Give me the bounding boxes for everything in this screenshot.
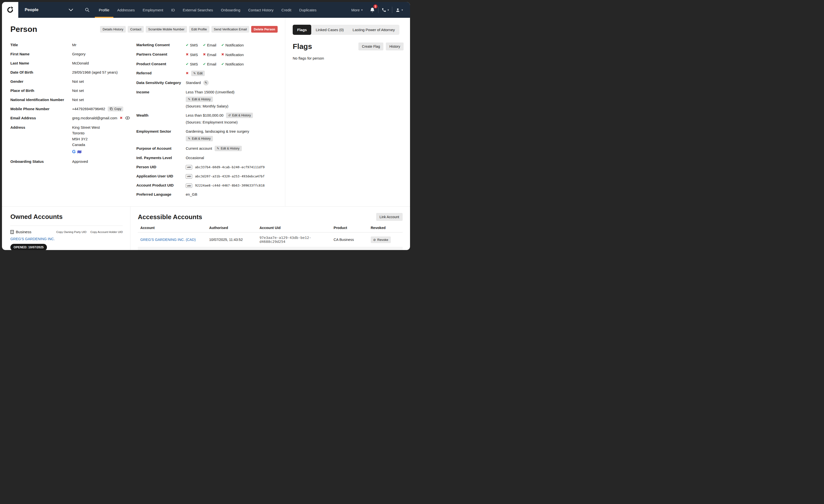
check-icon: ✔ bbox=[203, 62, 206, 67]
x-icon: ✖ bbox=[203, 52, 206, 57]
column-header-product: Product bbox=[331, 223, 368, 232]
owned-account-name-link[interactable]: GREG'S GARDENING INC. bbox=[10, 237, 55, 241]
income-value: Less Than 15000 (Unverified) bbox=[186, 89, 278, 95]
eye-icon[interactable] bbox=[125, 116, 130, 120]
income-edit-history-button[interactable]: ✎ Edit & History bbox=[186, 97, 213, 102]
accessible-accounts-heading: Accessible Accounts bbox=[138, 213, 202, 221]
check-icon: ✔ bbox=[203, 43, 206, 48]
copy-account-holder-uid-link[interactable]: Copy Account Holder UID bbox=[90, 230, 123, 233]
delete-person-button[interactable]: Delete Person bbox=[251, 26, 278, 33]
module-selector[interactable]: People bbox=[18, 2, 80, 18]
google-maps-icon[interactable]: G bbox=[72, 149, 76, 155]
search-button[interactable] bbox=[80, 2, 95, 18]
column-header-revoked: Revoked bbox=[368, 223, 403, 232]
employment-sector-edit-history-button[interactable]: ✎ Edit & History bbox=[186, 136, 213, 141]
account-link[interactable]: GREG'S GARDENING INC. (CAD) bbox=[138, 232, 207, 247]
purpose-value: Current account bbox=[186, 146, 212, 151]
field-person-uid: Person UID UID abc337b4-60d9-4cab-b240-e… bbox=[136, 162, 278, 172]
person-panel: Person Details History Contact Scramble … bbox=[2, 18, 285, 206]
edit-referred-button[interactable]: ✎ Edit bbox=[191, 71, 205, 76]
app-window: People Profile Addresses Employment ID E… bbox=[2, 2, 410, 250]
map-icon[interactable] bbox=[77, 150, 82, 154]
check-icon: ✔ bbox=[221, 62, 224, 67]
account-uid-cell: 9ebda0d1-4de6-4981-9482-2b287b18de24 bbox=[257, 247, 331, 250]
details-history-button[interactable]: Details History bbox=[100, 26, 126, 33]
phone-menu[interactable]: ▾ bbox=[379, 2, 392, 18]
field-place-of-birth: Place of Birth Not set bbox=[10, 86, 133, 95]
flags-panel: Flags Linked Cases (0) Lasting Power of … bbox=[285, 18, 410, 206]
x-icon: ✖ bbox=[186, 52, 189, 57]
uid-badge: UID bbox=[186, 184, 192, 188]
copy-mobile-button[interactable]: Copy bbox=[108, 106, 123, 111]
check-icon: ✔ bbox=[221, 43, 224, 48]
account-uid-cell: 97e3aa7e-a129-43db-be12-d4688c29d254 bbox=[257, 232, 331, 247]
field-intl-payments-level: Intl. Payments Level Occasional bbox=[136, 153, 278, 162]
x-icon: ✖ bbox=[221, 52, 224, 57]
field-marketing-consent: Marketing Consent ✔SMS ✔Email ✔Notificat… bbox=[136, 40, 278, 49]
copy-owning-party-uid-link[interactable]: Copy Owning Party UID bbox=[56, 230, 87, 233]
module-selector-label: People bbox=[25, 7, 38, 12]
chevron-down-icon: ▾ bbox=[361, 8, 363, 12]
field-gender: Gender Not set bbox=[10, 77, 133, 86]
field-partners-consent: Partners Consent ✖SMS ✖Email ✖Notificati… bbox=[136, 49, 278, 59]
flag-history-button[interactable]: History bbox=[386, 42, 404, 51]
employment-sector-value: Gardening, landscaping & tree surgery bbox=[186, 129, 278, 134]
contact-button[interactable]: Contact bbox=[128, 26, 144, 33]
tab-employment[interactable]: Employment bbox=[138, 2, 167, 18]
email-value: greg.mcdonald@gmail.com bbox=[72, 115, 117, 120]
column-header-account: Account bbox=[138, 223, 207, 232]
tab-linked-cases[interactable]: Linked Cases (0) bbox=[311, 25, 348, 35]
nav-tabs: Profile Addresses Employment ID External… bbox=[95, 2, 320, 18]
column-header-authorised: Authorised bbox=[207, 223, 257, 232]
user-menu[interactable]: ▾ bbox=[392, 2, 406, 18]
onboarding-status-value: Approved bbox=[72, 159, 133, 164]
pencil-icon: ✎ bbox=[188, 98, 190, 101]
search-icon bbox=[85, 7, 90, 12]
purpose-edit-history-button[interactable]: ✎ Edit & History bbox=[215, 146, 242, 151]
tab-onboarding[interactable]: Onboarding bbox=[217, 2, 244, 18]
person-uid-value: abc337b4-60d9-4cab-b240-ecf974111df9 bbox=[195, 165, 265, 169]
app-logo[interactable] bbox=[2, 2, 18, 18]
phone-icon bbox=[382, 8, 386, 12]
tab-lasting-power-of-attorney[interactable]: Lasting Power of Attorney bbox=[348, 25, 399, 35]
edit-profile-button[interactable]: Edit Profile bbox=[189, 26, 209, 33]
account-link[interactable]: Gregory McDonald (CAD) bbox=[138, 247, 207, 250]
pencil-icon: ✎ bbox=[193, 72, 196, 75]
send-verification-email-button[interactable]: Send Verification Email bbox=[211, 26, 249, 33]
history-icon: ↺ bbox=[228, 114, 231, 117]
flags-heading: Flags bbox=[293, 42, 312, 51]
more-menu[interactable]: More ▾ bbox=[347, 8, 367, 12]
revoke-button[interactable]: ⊘Revoke bbox=[371, 236, 391, 243]
tab-duplicates[interactable]: Duplicates bbox=[295, 2, 320, 18]
tab-external-searches[interactable]: External Searches bbox=[179, 2, 217, 18]
field-email-address: Email Address greg.mcdonald@gmail.com ✖ bbox=[10, 113, 133, 122]
link-account-button[interactable]: Link Account bbox=[376, 213, 403, 221]
product-cell: CA Personal bbox=[331, 247, 368, 250]
tab-contact-history[interactable]: Contact History bbox=[244, 2, 278, 18]
email-unverified-x-icon[interactable]: ✖ bbox=[120, 116, 123, 120]
scramble-mobile-button[interactable]: Scramble Mobile Number bbox=[146, 26, 187, 33]
x-icon: ✖ bbox=[186, 71, 189, 76]
account-product-uid-value: 92224ae8-c44d-4467-8b63-309633ffc818 bbox=[195, 184, 265, 187]
user-icon bbox=[396, 8, 400, 12]
field-application-user-uid: Application User UID UID abc3d207-a31b-4… bbox=[136, 172, 278, 181]
address-line: King Street West bbox=[72, 124, 133, 130]
flags-tab-bar: Flags Linked Cases (0) Lasting Power of … bbox=[293, 25, 399, 35]
create-flag-button[interactable]: Create Flag bbox=[358, 42, 383, 51]
pencil-icon: ✎ bbox=[188, 137, 190, 140]
wealth-edit-history-button[interactable]: ↺ Edit & History bbox=[226, 113, 253, 118]
tab-flags[interactable]: Flags bbox=[293, 25, 311, 35]
top-navbar: People Profile Addresses Employment ID E… bbox=[2, 2, 410, 18]
tab-id[interactable]: ID bbox=[167, 2, 179, 18]
accessible-accounts-table: Account Authorised Account Uid Product R… bbox=[138, 223, 403, 250]
field-referred: Referred ✖ ✎ Edit bbox=[136, 69, 278, 78]
mobile-number-value: +447926948796#82 bbox=[72, 106, 105, 111]
owned-accounts-heading: Owned Accounts bbox=[10, 213, 123, 226]
notifications-button[interactable]: 1 bbox=[367, 2, 378, 18]
field-income: Income Less Than 15000 (Unverified) ✎ Ed… bbox=[136, 88, 278, 111]
tab-credit[interactable]: Credit bbox=[277, 2, 295, 18]
tab-addresses[interactable]: Addresses bbox=[113, 2, 139, 18]
tab-profile[interactable]: Profile bbox=[95, 2, 113, 18]
field-mobile-phone: Mobile Phone Number +447926948796#82 Cop… bbox=[10, 104, 133, 113]
edit-data-sensitivity-button[interactable]: ✎ bbox=[203, 80, 209, 86]
